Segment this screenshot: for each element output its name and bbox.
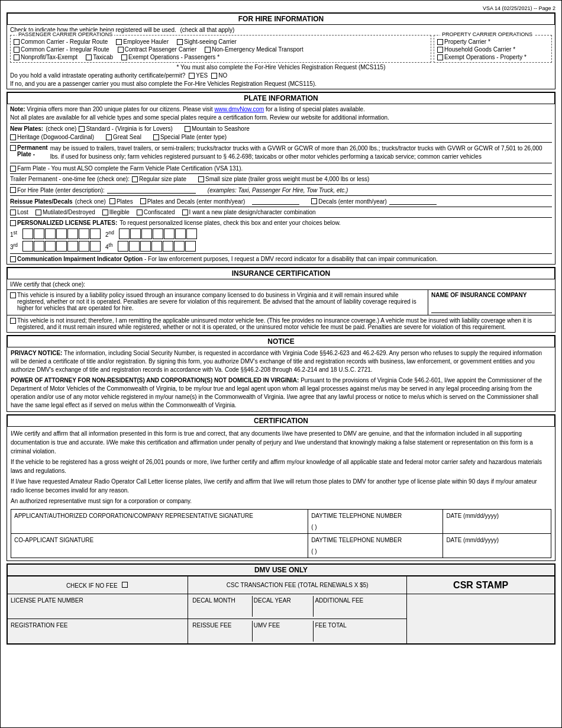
property-label: PROPERTY CARRIER OPERATIONS [440, 31, 534, 37]
great-seal-label: Great Seal [113, 134, 141, 140]
char-box-4-7[interactable] [185, 241, 196, 252]
checkbox-confiscated[interactable] [137, 210, 143, 215]
checkbox-farm[interactable] [10, 166, 16, 172]
checkbox-communication[interactable] [10, 256, 16, 262]
char-box-3-1[interactable] [22, 241, 33, 252]
checkbox-personalized[interactable] [10, 220, 16, 226]
checkbox-sight-seeing[interactable] [177, 39, 183, 45]
char-box-1-5[interactable] [67, 228, 78, 239]
checkbox-plates[interactable] [109, 198, 115, 204]
checkbox-nonprofit[interactable] [14, 54, 20, 60]
checkbox-heritage[interactable] [10, 134, 16, 140]
license-plate-label: LICENSE PLATE NUMBER [11, 597, 185, 604]
checkbox-illegible[interactable] [102, 210, 108, 215]
household-goods[interactable]: Household Goods Carrier * [437, 46, 544, 53]
nonprofit[interactable]: Nonprofit/Tax-Exempt [14, 54, 77, 60]
non-emergency-medical[interactable]: Non-Emergency Medical Transport [205, 46, 303, 53]
char-box-2-2[interactable] [130, 228, 141, 239]
char-box-2-7[interactable] [186, 228, 197, 239]
sight-seeing[interactable]: Sight-seeing Carrier [177, 38, 237, 45]
notice-section: NOTICE PRIVACY NOTICE: The information, … [7, 335, 555, 412]
checkbox-employee-hauler[interactable] [116, 39, 122, 45]
char-box-1-7[interactable] [90, 228, 101, 239]
plate-2nd-boxes [119, 228, 197, 239]
plate-4th-boxes [118, 241, 196, 252]
trailer-label: Trailer Permanent - one-time fee (check … [10, 176, 130, 182]
checkbox-mutilated[interactable] [35, 210, 41, 215]
checkbox-plates-decals[interactable] [140, 198, 146, 204]
checkbox-exempt-property[interactable] [437, 54, 443, 60]
property-carrier[interactable]: Property Carrier * [437, 38, 544, 45]
checkbox-small-size[interactable] [198, 176, 204, 182]
checkbox-special[interactable] [153, 134, 159, 140]
additional-fee-value[interactable] [315, 604, 402, 616]
char-box-1-3[interactable] [45, 228, 56, 239]
fee-total-value[interactable] [315, 629, 402, 640]
checkbox-lost[interactable] [10, 210, 16, 215]
checkbox-exempt-passengers[interactable] [121, 54, 127, 60]
checkbox-contract-passenger[interactable] [118, 47, 124, 53]
char-box-1-6[interactable] [79, 228, 89, 239]
char-box-4-1[interactable] [118, 241, 128, 252]
dmvnow-link[interactable]: www.dmvNow.com [214, 106, 264, 112]
checkbox-great-seal[interactable] [106, 134, 112, 140]
char-box-2-5[interactable] [164, 228, 175, 239]
common-carrier-irregular[interactable]: Common Carrier - Irregular Route [14, 46, 109, 53]
common-carrier-regular[interactable]: Common Carrier - Regular Route [14, 38, 108, 45]
checkbox-decals[interactable] [311, 198, 317, 204]
checkbox-new-design[interactable] [182, 210, 188, 215]
char-box-3-4[interactable] [56, 241, 67, 252]
checkbox-mountain[interactable] [185, 126, 190, 132]
checkbox-permanent[interactable] [10, 145, 16, 151]
registration-fee-value[interactable] [11, 629, 185, 640]
personalized-text: To request personalized license plates, … [119, 220, 341, 226]
char-box-1-4[interactable] [56, 228, 67, 239]
char-box-4-5[interactable] [163, 241, 173, 252]
checkbox-non-emergency[interactable] [205, 47, 211, 53]
company-name-field[interactable] [431, 301, 552, 313]
char-box-3-3[interactable] [45, 241, 56, 252]
char-box-2-4[interactable] [153, 228, 163, 239]
checkbox-common-irregular[interactable] [14, 47, 20, 53]
decals-month-year[interactable] [389, 198, 437, 205]
char-box-2-3[interactable] [141, 228, 152, 239]
checkbox-regular-size[interactable] [132, 176, 138, 182]
char-box-3-6[interactable] [79, 241, 89, 252]
contract-passenger[interactable]: Contract Passenger Carrier [118, 46, 197, 53]
taxicab[interactable]: Taxicab [86, 54, 113, 60]
small-size: Small size plate (trailer gross weight m… [205, 176, 369, 182]
checkbox-yes[interactable] [189, 73, 195, 79]
checkbox-taxicab[interactable] [86, 54, 92, 60]
employee-hauler[interactable]: Employee Hauler [116, 38, 169, 45]
checkbox-no[interactable] [211, 73, 217, 79]
plates-decals-month-year[interactable] [252, 198, 299, 205]
checkbox-household-goods[interactable] [437, 47, 443, 53]
char-box-2-1[interactable] [119, 228, 130, 239]
checkbox-standard[interactable] [79, 126, 85, 132]
co-daytime-phone-label: DAYTIME TELEPHONE NUMBER [311, 536, 440, 545]
decal-month-value[interactable] [192, 604, 251, 616]
char-box-1-1[interactable] [22, 228, 33, 239]
for-hire-input[interactable] [107, 186, 196, 194]
char-box-3-7[interactable] [90, 241, 101, 252]
exempt-property[interactable]: Exempt Operations - Property * [437, 54, 544, 60]
checkbox-common-regular[interactable] [14, 39, 20, 45]
char-box-4-4[interactable] [151, 241, 162, 252]
checkbox-insured[interactable] [10, 292, 16, 298]
reissue-fee-value[interactable] [192, 629, 251, 640]
char-box-4-6[interactable] [174, 241, 185, 252]
decal-year-value[interactable] [254, 604, 312, 616]
char-box-4-3[interactable] [140, 241, 151, 252]
umv-fee-value[interactable] [254, 629, 312, 640]
checkbox-not-insured[interactable] [10, 318, 16, 324]
char-box-3-5[interactable] [67, 241, 78, 252]
checkbox-property-carrier[interactable] [437, 39, 443, 45]
char-box-1-2[interactable] [34, 228, 44, 239]
checkbox-no-fee[interactable] [122, 582, 128, 588]
char-box-2-6[interactable] [175, 228, 186, 239]
char-box-4-2[interactable] [129, 241, 140, 252]
exempt-passengers[interactable]: Exempt Operations - Passengers * [121, 54, 219, 60]
char-box-3-2[interactable] [34, 241, 44, 252]
checkbox-for-hire[interactable] [10, 187, 16, 193]
license-plate-value[interactable] [11, 604, 185, 616]
